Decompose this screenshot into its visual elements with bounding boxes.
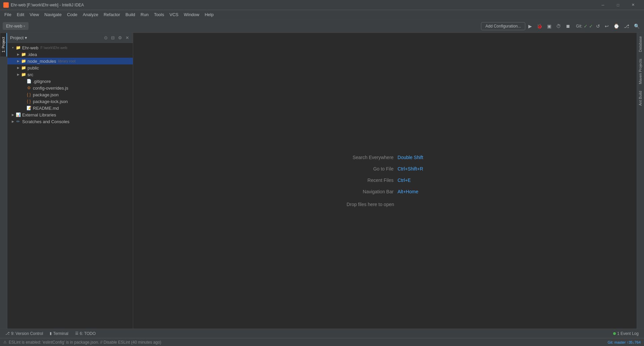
goto-file-shortcut: Ctrl+Shift+R [397,166,423,171]
debug-button[interactable]: 🐞 [535,22,544,30]
project-panel-title: Project ▾ [10,35,101,40]
title-text: Ehr-web [F:\work\Ehr-web] - IntelliJ IDE… [11,3,595,7]
todo-tab[interactable]: ☰ 6: TODO [72,330,99,337]
left-tab-strip: 1: Project [0,33,7,329]
ant-build-tab[interactable]: Ant Build [637,88,644,109]
git-branch-button[interactable]: ⎇ [622,22,631,30]
node-modules-arrow-icon: ▶ [15,58,21,64]
minimize-button[interactable]: ─ [595,0,610,10]
drop-files-hint: Drop files here to open [346,200,423,207]
public-label: public [28,65,39,70]
project-title-label: Project [10,35,23,40]
terminal-tab[interactable]: ▮ Terminal [47,330,71,337]
menu-item-help[interactable]: Help [202,11,216,18]
maven-projects-tab[interactable]: Maven Projects [637,55,644,88]
menu-item-edit[interactable]: Edit [14,11,27,18]
project-settings-button[interactable]: ⚙ [117,35,123,41]
menu-bar: FileEditViewNavigateCodeAnalyzeRefactorB… [0,10,644,19]
add-configuration-button[interactable]: Add Configuration... [481,22,525,30]
recent-files-shortcut: Ctrl+E [397,178,411,183]
navigation-bar-hint: Navigation Bar Alt+Home [346,189,423,194]
project-selector-button[interactable]: Ehr-web ▾ [3,22,29,30]
project-panel: Project ▾ ⊙ ⊟ ⚙ ✕ ▾ 📁 Ehr-web F:\work\Eh… [7,33,133,329]
git-branch-status[interactable]: Git: master ↑35↓764 [608,340,641,344]
toolbar: Ehr-web ▾ Add Configuration... ▶ 🐞 ▣ ⏱ ⏹… [0,19,644,33]
git-push-button[interactable]: ↩ [603,22,610,30]
menu-item-tools[interactable]: Tools [151,11,167,18]
menu-item-file[interactable]: File [2,11,14,18]
idea-label: .idea [28,52,37,57]
status-bar: ⚠ ESLint is enabled: 'eslintConfig' is i… [0,338,644,346]
project-dropdown-icon: ▾ [23,24,25,28]
window-controls: ─ □ ✕ [595,0,641,10]
search-everywhere-shortcut: Double Shift [397,155,423,160]
run-button[interactable]: ▶ [527,22,534,30]
tree-src-folder[interactable]: ▶ 📁 src [7,71,133,78]
navigation-bar-label: Navigation Bar [346,189,393,194]
menu-item-navigate[interactable]: Navigate [42,11,64,18]
todo-label: 6: TODO [80,331,96,336]
right-tab-strip: Database Maven Projects Ant Build [637,33,644,329]
tree-gitignore-file[interactable]: ▶ 📄 .gitignore [7,78,133,85]
coverage-button[interactable]: ▣ [545,22,553,30]
git-label: Git: [576,24,582,29]
menu-item-refactor[interactable]: Refactor [101,11,123,18]
database-tab[interactable]: Database [637,33,644,55]
menu-item-view[interactable]: View [27,11,42,18]
tree-config-overrides-file[interactable]: ▶ ⚙ config-overrides.js [7,85,133,91]
close-button[interactable]: ✕ [626,0,641,10]
tree-external-libraries[interactable]: ▶ 📊 External Libraries [7,111,133,118]
tree-idea-folder[interactable]: ▶ 📁 .idea [7,51,133,58]
collapse-all-button[interactable]: ⊟ [110,35,116,41]
package-lock-file-icon: { } [26,99,32,104]
maximize-button[interactable]: □ [610,0,626,10]
tree-scratches-consoles[interactable]: ▶ ✏ Scratches and Consoles [7,118,133,125]
tree-node-modules-folder[interactable]: ▶ 📁 node_modules library root [7,58,133,64]
idea-arrow-icon: ▶ [15,52,21,57]
menu-item-build[interactable]: Build [123,11,138,18]
root-label: Ehr-web [22,45,38,50]
project-tab[interactable]: 1: Project [0,33,7,56]
editor-area: Search Everywhere Double Shift Go to Fil… [133,33,637,329]
tree-root[interactable]: ▾ 📁 Ehr-web F:\work\Ehr-web [7,44,133,51]
event-log-button[interactable]: 1 Event Log [610,330,641,337]
search-everywhere-toolbar-button[interactable]: 🔍 [632,22,641,30]
menu-item-run[interactable]: Run [138,11,151,18]
menu-item-vcs[interactable]: VCS [167,11,181,18]
project-header: Project ▾ ⊙ ⊟ ⚙ ✕ [7,33,133,43]
tree-readme-file[interactable]: ▶ 📝 README.md [7,105,133,111]
readme-label: README.md [33,106,59,111]
navigation-bar-shortcut: Alt+Home [397,189,418,194]
src-arrow-icon: ▶ [15,72,21,77]
config-overrides-label: config-overrides.js [33,86,68,91]
goto-file-label: Go to File [346,166,393,171]
external-libraries-label: External Libraries [22,112,56,117]
goto-file-hint: Go to File Ctrl+Shift+R [346,166,423,171]
menu-item-window[interactable]: Window [181,11,202,18]
search-everywhere-hint: Search Everywhere Double Shift [346,155,423,160]
locate-file-button[interactable]: ⊙ [103,35,109,41]
idea-folder-icon: 📁 [21,52,26,57]
bottom-tabs-bar: ⎇ 9: Version Control ▮ Terminal ☰ 6: TOD… [0,329,644,338]
version-control-tab[interactable]: ⎇ 9: Version Control [3,330,46,337]
node-modules-label: node_modules [28,59,56,64]
src-folder-icon: 📁 [21,72,26,77]
search-everywhere-label: Search Everywhere [346,155,393,160]
public-arrow-icon: ▶ [15,65,21,70]
tree-package-lock-file[interactable]: ▶ { } package-lock.json [7,98,133,105]
tree-package-json-file[interactable]: ▶ { } package.json [7,91,133,98]
tree-public-folder[interactable]: ▶ 📁 public [7,64,133,71]
project-close-button[interactable]: ✕ [124,35,130,41]
main-area: 1: Project Project ▾ ⊙ ⊟ ⚙ ✕ ▾ 📁 Ehr-web… [0,33,644,329]
menu-item-analyze[interactable]: Analyze [80,11,101,18]
gitignore-label: .gitignore [33,79,51,84]
stop-button[interactable]: ⏹ [564,22,572,30]
src-label: src [28,72,33,77]
external-arrow-icon: ▶ [10,112,15,117]
project-title-dropdown-icon: ▾ [25,35,27,40]
git-update-button[interactable]: ↺ [594,22,602,30]
readme-file-icon: 📝 [26,105,32,111]
git-history-button[interactable]: ⌚ [612,22,621,30]
menu-item-code[interactable]: Code [64,11,80,18]
profile-button[interactable]: ⏱ [554,22,562,30]
